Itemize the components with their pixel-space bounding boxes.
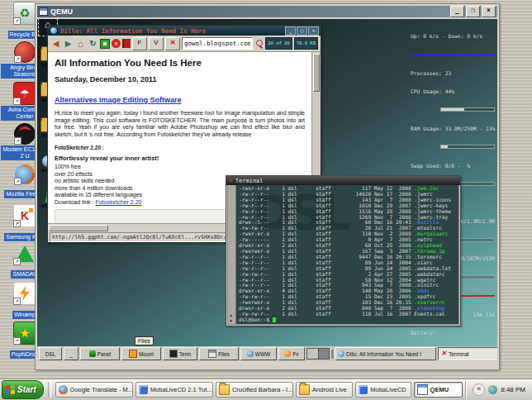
tray-chevron-button[interactable]: «	[473, 383, 485, 396]
dillo-minimize-button[interactable]: _	[285, 26, 296, 36]
clear-url-button[interactable]: ✕	[165, 37, 180, 50]
dsl-desktop: ⌂ Up: 0 k/s - Down: 0 k/s Processes: 23 …	[37, 19, 497, 361]
minimize-button[interactable]: _	[450, 6, 464, 17]
torsmo-battery: Battery:	[411, 330, 495, 336]
dsl-taskbar-files-button[interactable]: Files	[199, 347, 239, 360]
torsmo-updown: Up: 0 k/s - Down: 0 k/s	[411, 33, 495, 39]
dsl-task-xterm[interactable]: ✕Terminal	[438, 347, 497, 360]
popndrop-icon: ★	[13, 321, 36, 345]
files-icon	[208, 350, 216, 358]
desktop-icon-label: Winamp	[12, 311, 37, 319]
network-tray-icon[interactable]	[488, 385, 497, 394]
dsl-taskbar-term-button[interactable]: Term	[163, 347, 197, 360]
stop-icon[interactable]	[112, 39, 121, 48]
win-task-2[interactable]: Crucified Barbara - I...	[216, 382, 293, 398]
win-task-0[interactable]: Google Translate - M...	[55, 382, 133, 398]
windows-desktop: ♻ Recycle Bin Angry Birds Seasons ☂ Avir…	[0, 0, 532, 400]
dillo-close-button[interactable]: ✕	[308, 26, 319, 36]
scrollbar-thumb[interactable]	[313, 54, 320, 92]
post-title-link[interactable]: Alternatives Image Editing Software	[55, 96, 182, 104]
dillo-toolbar: F V ✕ 20 of 20 70.0 KB	[48, 36, 321, 52]
firefox-icon	[59, 385, 68, 394]
cpu-bar	[440, 107, 495, 112]
torsmo-swap: Swap Used: 0/0 - %	[411, 163, 495, 169]
file-menu-button[interactable]: F	[132, 37, 147, 50]
dsl-taskbar-mount-button[interactable]: Mount	[121, 347, 161, 360]
dsl-taskbar: DSL _ Panel Mount Term Files WWW Fx Dill…	[37, 346, 497, 361]
post-tagline: Effortlessly reveal your inner artist!	[55, 155, 305, 162]
avira-icon: ☂	[13, 82, 36, 105]
hscrollbar-thumb[interactable]	[49, 225, 108, 231]
post-body: Hi,nice to meet you again, today i found…	[55, 110, 305, 138]
qemu-window-filler	[37, 361, 497, 368]
dsl-taskbar-dsl-button[interactable]: DSL	[39, 347, 62, 360]
home-icon[interactable]	[75, 38, 86, 49]
xterm-icon: ✕	[229, 178, 233, 184]
dillo-icon	[338, 350, 344, 357]
dsl-taskbar-_-button[interactable]: _	[64, 347, 78, 360]
post-subheading: FotoSketcher 2.20 :	[55, 145, 305, 150]
windows-flag-icon	[6, 384, 15, 394]
dsl-taskbar-fx-button[interactable]: Fx	[278, 347, 305, 360]
dsl-taskbar-panel-button[interactable]: Panel	[80, 347, 120, 360]
winamp-icon	[13, 282, 36, 305]
win-task-4[interactable]: MobaLiveCD	[355, 382, 411, 398]
fx-icon	[284, 350, 291, 357]
terminal-title-text: Terminal	[235, 178, 264, 184]
desktop-pager[interactable]	[306, 348, 330, 360]
win-task-1[interactable]: MobaLiveCD 2.1 Tut...	[135, 382, 213, 398]
start-button[interactable]: Start	[2, 380, 44, 399]
view-menu-button[interactable]: V	[149, 37, 164, 50]
download-link[interactable]: Fotosketcher 2.20	[95, 199, 141, 205]
qemu-titlebar[interactable]: QEMU _ ❐ ×	[37, 6, 497, 17]
folder-icon	[299, 384, 310, 395]
torsmo-processes: Processes: 23	[411, 70, 495, 76]
kies-icon: K	[13, 204, 36, 227]
terminal-titlebar[interactable]: ✕ Terminal	[226, 176, 460, 185]
term-icon	[169, 350, 178, 358]
save-icon[interactable]	[100, 39, 110, 49]
torsmo-separator	[411, 54, 495, 55]
tray-clock: 8:48 PM	[501, 386, 525, 393]
files-tooltip: Files	[135, 336, 154, 345]
moba-icon	[359, 385, 368, 394]
bookmarks-icon[interactable]	[122, 39, 131, 48]
folder-icon	[219, 384, 230, 395]
qemu-icon	[417, 384, 428, 395]
panel-icon	[89, 350, 96, 357]
terminal-window: ✕ Terminal DSL -rwxr-xr-x 1 dsl staff 11…	[226, 175, 461, 326]
forward-icon[interactable]	[63, 38, 74, 49]
terminal-scrollbar[interactable]	[228, 185, 236, 324]
feature-line: 100% free	[55, 164, 305, 170]
page-size: 70.0 KB	[294, 37, 318, 50]
maximize-button[interactable]: ❐	[466, 6, 480, 17]
terminal-cursor	[273, 317, 276, 322]
dillo-maximize-button[interactable]: ▢	[297, 26, 307, 36]
ram-bar	[440, 145, 495, 149]
dsl-task-dillo[interactable]: Dillo: All Information You Need I	[335, 347, 436, 360]
reload-icon[interactable]	[88, 38, 98, 49]
torsmo-cpu: CPU Usage: 44%	[411, 88, 495, 94]
close-button[interactable]: ×	[482, 6, 496, 17]
terminal-prompt: dsl@box:~$	[239, 317, 458, 323]
post-date: Saturday, December 10, 2011	[55, 75, 305, 83]
qemu-window-icon	[39, 7, 48, 16]
image-counter: 20 of 20	[265, 37, 292, 50]
dsl-taskbar-www-button[interactable]: WWW	[240, 347, 277, 360]
win-task-3[interactable]: Android Live	[296, 382, 353, 398]
page-title: All Information You Need Is Here	[55, 58, 305, 68]
back-icon[interactable]	[50, 38, 61, 49]
win-task-5[interactable]: QEMU	[414, 382, 463, 398]
search-icon[interactable]	[254, 39, 264, 49]
windows-taskbar: Start Google Translate - M... MobaLiveCD…	[0, 379, 532, 400]
qemu-title-text: QEMU	[50, 7, 73, 16]
url-input[interactable]	[182, 37, 253, 50]
torsmo-ram: RAM Usage: 33.0M/250M - 13%	[411, 126, 495, 131]
dillo-titlebar[interactable]: Dillo: All Information You Need Is Here …	[48, 26, 321, 36]
mount-icon	[129, 350, 137, 358]
quicklaunch-separator	[48, 382, 51, 398]
firefox-icon	[15, 164, 35, 184]
qemu-window: QEMU _ ❐ × ⌂ Up: 0 k/s - Down: 0 k/s Pr	[35, 3, 500, 370]
moba-icon	[139, 385, 148, 394]
terminal-screen[interactable]: DSL -rwxr-xr-x 1 dsl staff 117 May 22 20…	[236, 185, 458, 324]
